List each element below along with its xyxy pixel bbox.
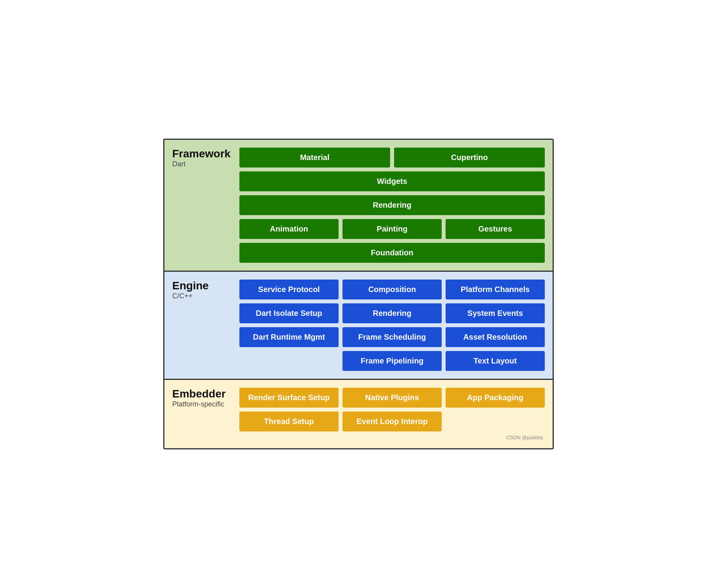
event-loop-interop-box: Event Loop Interop	[342, 412, 442, 431]
frame-scheduling-box: Frame Scheduling	[342, 327, 442, 347]
embedder-label: Embedder Platform-specific	[172, 388, 235, 431]
embedder-boxes: Render Surface Setup Native Plugins App …	[239, 388, 545, 431]
embedder-section: Embedder Platform-specific Render Surfac…	[164, 380, 553, 448]
framework-title: Framework	[172, 148, 235, 160]
framework-subtitle: Dart	[172, 160, 235, 168]
system-events-box: System Events	[446, 303, 545, 323]
frame-pipelining-box: Frame Pipelining	[342, 351, 442, 371]
animation-box: Animation	[239, 219, 339, 239]
text-layout-box: Text Layout	[446, 351, 545, 371]
framework-row-3: Rendering	[239, 195, 545, 215]
foundation-box: Foundation	[239, 243, 545, 263]
render-surface-setup-box: Render Surface Setup	[239, 388, 339, 408]
composition-box: Composition	[342, 280, 442, 299]
engine-row-4: Frame Pipelining Text Layout	[239, 351, 545, 371]
engine-boxes: Service Protocol Composition Platform Ch…	[239, 280, 545, 371]
cupertino-box: Cupertino	[394, 148, 545, 167]
framework-section: Framework Dart Material Cupertino Widget…	[164, 140, 553, 272]
rendering-framework-box: Rendering	[239, 195, 545, 215]
watermark: CSDN @paiidds	[172, 435, 545, 440]
widgets-box: Widgets	[239, 171, 545, 191]
engine-section: Engine C/C++ Service Protocol Compositio…	[164, 272, 553, 380]
service-protocol-box: Service Protocol	[239, 280, 339, 299]
framework-row-5: Foundation	[239, 243, 545, 263]
painting-box: Painting	[342, 219, 442, 239]
embedder-row-1: Render Surface Setup Native Plugins App …	[239, 388, 545, 408]
dart-isolate-setup-box: Dart Isolate Setup	[239, 303, 339, 323]
embedder-title: Embedder	[172, 388, 235, 400]
framework-boxes: Material Cupertino Widgets Rendering	[239, 148, 545, 263]
flutter-architecture-diagram: Framework Dart Material Cupertino Widget…	[163, 139, 554, 449]
gestures-box: Gestures	[446, 219, 545, 239]
engine-row-3: Dart Runtime Mgmt Frame Scheduling Asset…	[239, 327, 545, 347]
native-plugins-box: Native Plugins	[342, 388, 442, 408]
dart-runtime-mgmt-box: Dart Runtime Mgmt	[239, 327, 339, 347]
platform-channels-box: Platform Channels	[446, 280, 545, 299]
engine-subtitle: C/C++	[172, 292, 235, 300]
framework-row-4: Animation Painting Gestures	[239, 219, 545, 239]
framework-row-1: Material Cupertino	[239, 148, 545, 167]
app-packaging-box: App Packaging	[446, 388, 545, 408]
engine-row-1: Service Protocol Composition Platform Ch…	[239, 280, 545, 299]
embedder-subtitle: Platform-specific	[172, 400, 235, 408]
framework-label: Framework Dart	[172, 148, 235, 263]
asset-resolution-box: Asset Resolution	[446, 327, 545, 347]
framework-row-2: Widgets	[239, 171, 545, 191]
thread-setup-box: Thread Setup	[239, 412, 339, 431]
engine-row-2: Dart Isolate Setup Rendering System Even…	[239, 303, 545, 323]
material-box: Material	[239, 148, 390, 167]
engine-label: Engine C/C++	[172, 280, 235, 371]
engine-title: Engine	[172, 280, 235, 292]
rendering-engine-box: Rendering	[342, 303, 442, 323]
embedder-row-2: Thread Setup Event Loop Interop	[239, 412, 545, 431]
